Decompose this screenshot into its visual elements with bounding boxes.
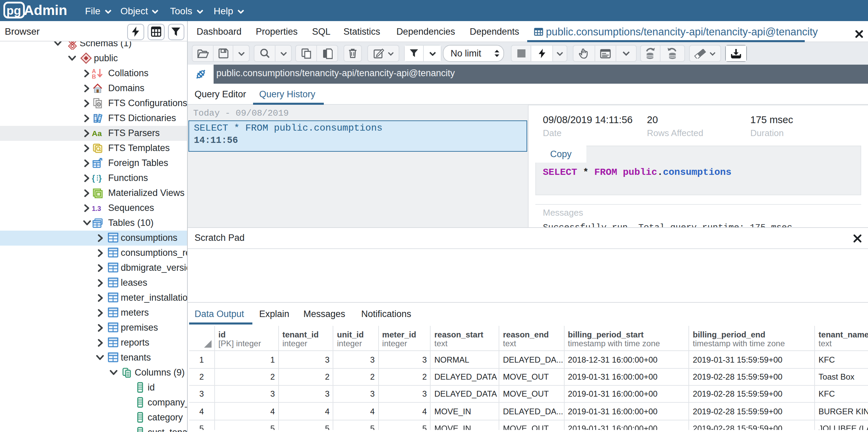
svg-text:Admin: Admin: [24, 2, 67, 18]
svg-text:B: B: [92, 73, 96, 79]
svg-text:1.3: 1.3: [92, 204, 101, 212]
svg-text:{: {: [92, 174, 95, 183]
svg-text:}: }: [99, 174, 102, 183]
svg-text:pg: pg: [6, 3, 21, 17]
svg-text:Aa: Aa: [92, 129, 102, 138]
